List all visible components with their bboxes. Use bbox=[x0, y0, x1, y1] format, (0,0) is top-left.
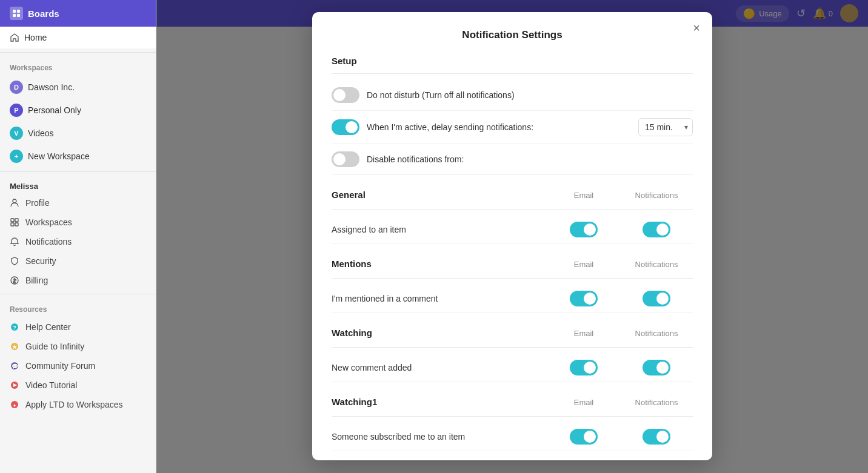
divider-user bbox=[0, 294, 156, 294]
delay-label: When I'm active, delay sending notificat… bbox=[367, 122, 638, 132]
setup-section-label: Setup bbox=[332, 56, 693, 66]
modal-title: Notification Settings bbox=[332, 29, 693, 41]
dawson-icon: D bbox=[10, 81, 23, 94]
sidebar-item-profile[interactable]: Profile bbox=[0, 193, 156, 213]
mentioned-notif-cell bbox=[620, 291, 693, 306]
mentions-email-col: Email bbox=[547, 260, 620, 269]
guide-label: Guide to Infinity bbox=[25, 342, 84, 351]
sidebar-topbar: Boards bbox=[0, 0, 156, 27]
subscribed-email-cell bbox=[547, 429, 620, 445]
mentions-divider bbox=[332, 278, 693, 279]
modal-close-button[interactable]: × bbox=[693, 22, 700, 34]
assigned-email-toggle[interactable] bbox=[570, 222, 598, 237]
disable-row: Disable notifications from: bbox=[332, 144, 693, 175]
assigned-label: Assigned to an item bbox=[332, 225, 547, 234]
sidebar-item-billing[interactable]: Billing bbox=[0, 271, 156, 290]
home-icon bbox=[10, 33, 19, 42]
watching1-notif-col: Notifications bbox=[620, 398, 693, 407]
svg-rect-6 bbox=[15, 219, 18, 222]
svg-text:♦: ♦ bbox=[13, 403, 16, 408]
star-icon: ★ bbox=[10, 342, 19, 351]
watching1-email-col: Email bbox=[547, 398, 620, 407]
svg-rect-2 bbox=[13, 14, 16, 17]
watching-notif-col: Notifications bbox=[620, 329, 693, 338]
workspaces-section-title: Workspaces bbox=[0, 56, 156, 76]
divider-home bbox=[0, 52, 156, 53]
sidebar-item-apply[interactable]: ♦ Apply LTD to Workspaces bbox=[0, 395, 156, 414]
new-comment-email-cell bbox=[547, 360, 620, 375]
sidebar-item-security[interactable]: Security bbox=[0, 251, 156, 271]
videos-icon: V bbox=[10, 127, 23, 140]
sidebar-item-video[interactable]: Video Tutorial bbox=[0, 375, 156, 395]
subscribed-label: Someone subscribed me to an item bbox=[332, 432, 547, 442]
modal-overlay: × Notification Settings Setup Do not dis… bbox=[156, 0, 868, 473]
person-icon bbox=[10, 198, 19, 208]
setup-divider bbox=[332, 73, 693, 74]
mentions-section-label: Mentions bbox=[332, 259, 547, 270]
boards-icon bbox=[10, 7, 23, 20]
sidebar-item-home[interactable]: Home bbox=[0, 27, 156, 48]
delay-row: When I'm active, delay sending notificat… bbox=[332, 111, 693, 144]
assigned-notif-toggle[interactable] bbox=[643, 222, 670, 237]
sidebar-item-personal[interactable]: P Personal Only bbox=[0, 99, 156, 122]
billing-label: Billing bbox=[25, 276, 48, 285]
dollar-icon bbox=[10, 276, 19, 285]
personal-icon: P bbox=[10, 104, 23, 117]
svg-point-4 bbox=[13, 199, 16, 203]
general-divider bbox=[332, 209, 693, 210]
mentioned-email-toggle[interactable] bbox=[570, 291, 598, 306]
svg-rect-0 bbox=[13, 10, 16, 13]
security-label: Security bbox=[25, 256, 56, 266]
video-label: Video Tutorial bbox=[25, 380, 77, 390]
dnd-toggle[interactable] bbox=[332, 87, 359, 103]
mentioned-row: I'm mentioned in a comment bbox=[332, 285, 693, 313]
general-section-label: General bbox=[332, 190, 547, 200]
question-icon: ? bbox=[10, 322, 19, 332]
sidebar-item-guide[interactable]: ★ Guide to Infinity bbox=[0, 337, 156, 356]
forum-label: Community Forum bbox=[25, 361, 95, 371]
general-email-col: Email bbox=[547, 191, 620, 200]
shield-icon bbox=[10, 256, 19, 266]
delay-select[interactable]: 15 min. 5 min. 10 min. 30 min. 1 hr. bbox=[638, 118, 693, 136]
new-workspace-label: New Workspace bbox=[28, 151, 90, 161]
subscribed-row: Someone subscribed me to an item bbox=[332, 423, 693, 451]
general-section: General Email Notifications Assigned to … bbox=[332, 185, 693, 244]
new-comment-email-toggle[interactable] bbox=[570, 360, 598, 375]
boards-title: Boards bbox=[28, 8, 59, 19]
sidebar-item-notifications[interactable]: Notifications bbox=[0, 232, 156, 251]
mentions-header-row: Mentions Email Notifications bbox=[332, 254, 693, 272]
mentions-notif-col: Notifications bbox=[620, 260, 693, 269]
general-notif-col: Notifications bbox=[620, 191, 693, 200]
delay-toggle[interactable] bbox=[332, 119, 359, 135]
sidebar-item-forum[interactable]: 💬 Community Forum bbox=[0, 356, 156, 375]
workspaces-link-label: Workspaces bbox=[25, 217, 72, 227]
sidebar-item-help[interactable]: ? Help Center bbox=[0, 317, 156, 337]
svg-rect-7 bbox=[11, 223, 14, 226]
sidebar-item-workspaces-link[interactable]: Workspaces bbox=[0, 213, 156, 232]
sidebar: Boards Home Workspaces D Dawson Inc. P P… bbox=[0, 0, 156, 473]
subscribed-notif-toggle[interactable] bbox=[643, 429, 670, 445]
new-comment-row: New comment added bbox=[332, 354, 693, 382]
new-comment-notif-toggle[interactable] bbox=[643, 360, 670, 375]
assigned-row: Assigned to an item bbox=[332, 216, 693, 244]
divider-workspaces bbox=[0, 171, 156, 172]
subscribed-email-toggle[interactable] bbox=[570, 429, 598, 445]
delay-wrapper: 15 min. 5 min. 10 min. 30 min. 1 hr. bbox=[638, 118, 693, 136]
chat-icon: 💬 bbox=[10, 361, 19, 371]
mentioned-notif-toggle[interactable] bbox=[643, 291, 670, 306]
watching-divider bbox=[332, 347, 693, 348]
disable-toggle[interactable] bbox=[332, 151, 359, 167]
sidebar-item-new-workspace[interactable]: + New Workspace bbox=[0, 145, 156, 168]
grid-icon bbox=[10, 217, 19, 227]
svg-text:★: ★ bbox=[12, 344, 18, 350]
dnd-label: Do not disturb (Turn off all notificatio… bbox=[367, 90, 693, 100]
resources-section-title: Resources bbox=[0, 298, 156, 317]
svg-text:?: ? bbox=[13, 325, 16, 331]
sidebar-item-videos[interactable]: V Videos bbox=[0, 122, 156, 145]
disable-label: Disable notifications from: bbox=[367, 154, 693, 164]
play-icon bbox=[10, 380, 19, 390]
sidebar-item-dawson[interactable]: D Dawson Inc. bbox=[0, 76, 156, 99]
general-header-row: General Email Notifications bbox=[332, 185, 693, 203]
new-comment-notif-cell bbox=[620, 360, 693, 375]
watching-header-row: Watching Email Notifications bbox=[332, 323, 693, 341]
